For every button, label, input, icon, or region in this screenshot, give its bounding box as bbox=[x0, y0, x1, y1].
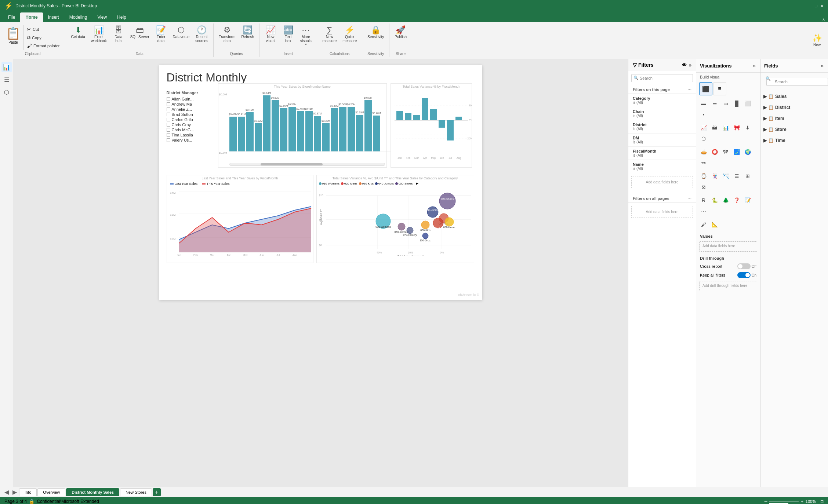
tab-insert[interactable]: Insert bbox=[43, 12, 64, 22]
chart-scrollbar[interactable] bbox=[229, 163, 385, 166]
viz-icon-map[interactable]: 🗾 bbox=[731, 147, 742, 157]
viz-icon-treemap[interactable]: 🗺 bbox=[720, 147, 731, 157]
slicer-item[interactable]: Carlos Grilo bbox=[167, 117, 214, 122]
tab-help[interactable]: Help bbox=[112, 12, 131, 22]
text-box-button[interactable]: 🔤 Textbox bbox=[280, 25, 296, 44]
keep-filters-pill[interactable] bbox=[737, 272, 751, 278]
viz-icon-matrix[interactable]: ⊠ bbox=[698, 182, 709, 192]
checkbox[interactable] bbox=[167, 97, 170, 101]
slicer-item[interactable]: Allan Guin... bbox=[167, 96, 214, 102]
filters-all-pages-menu[interactable]: ⋯ bbox=[687, 196, 691, 201]
format-painter-button[interactable]: 🖌 Format painter bbox=[25, 42, 61, 50]
recent-sources-button[interactable]: 🕐 Recentsources bbox=[193, 25, 210, 44]
slicer-item[interactable]: Brad Sutton bbox=[167, 112, 214, 117]
viz-icon-clustered-bar[interactable]: ⚌ bbox=[709, 98, 720, 109]
refresh-button[interactable]: 🔄 Refresh bbox=[239, 25, 256, 40]
filter-search-input[interactable] bbox=[631, 74, 693, 82]
canvas-area[interactable]: District Monthly District Manager Allan … bbox=[13, 59, 628, 487]
checkbox[interactable] bbox=[167, 138, 170, 142]
dataverse-button[interactable]: ⬡ Dataverse bbox=[171, 25, 192, 40]
filter-chain[interactable]: Chain is (All) bbox=[628, 107, 696, 120]
transform-data-button[interactable]: ⚙ Transformdata bbox=[217, 25, 237, 44]
paste-button[interactable]: 📋 Paste bbox=[3, 25, 24, 50]
tab-next[interactable]: ▶ bbox=[11, 489, 18, 496]
checkbox[interactable] bbox=[167, 123, 170, 127]
field-group-store-header[interactable]: ▶ 📋 Store bbox=[760, 125, 828, 134]
new-visual-button[interactable]: 📈 Newvisual bbox=[262, 25, 279, 44]
chart-bottom-left[interactable]: Last Year Sales and This Year Sales by F… bbox=[167, 175, 313, 263]
cut-button[interactable]: ✂ Cut bbox=[25, 26, 61, 33]
checkbox[interactable] bbox=[167, 133, 170, 137]
scrollbar-thumb[interactable] bbox=[261, 163, 323, 165]
tab-file[interactable]: File bbox=[3, 12, 20, 22]
district-manager-slicer[interactable]: District Manager Allan Guin... Andrew Ma… bbox=[167, 91, 214, 143]
zoom-in-btn[interactable]: + bbox=[801, 499, 803, 504]
get-data-button[interactable]: ⬇ Get data bbox=[69, 25, 87, 40]
slicer-item[interactable]: Valery Us... bbox=[167, 138, 214, 143]
new-measure-button[interactable]: ∑ Newmeasure bbox=[320, 25, 339, 44]
chart-top-right[interactable]: Total Sales Variance % by FiscalMonth 40… bbox=[391, 83, 472, 168]
checkbox[interactable] bbox=[167, 118, 170, 121]
excel-workbook-button[interactable]: 📊 Excelworkbook bbox=[89, 25, 109, 44]
sidebar-model-view[interactable]: ⬡ bbox=[1, 87, 12, 97]
quick-measure-button[interactable]: ⚡ Quickmeasure bbox=[340, 25, 359, 44]
fit-page-btn[interactable]: ⊡ bbox=[820, 499, 824, 504]
fields-search-input[interactable] bbox=[766, 78, 828, 86]
viz-icon-r[interactable]: R bbox=[698, 195, 709, 205]
viz-icon-stacked-bar[interactable]: ▬ bbox=[698, 98, 709, 109]
slicer-item[interactable]: Annelie Z... bbox=[167, 107, 214, 112]
filter-name[interactable]: Name is (All) bbox=[628, 160, 696, 173]
viz-icon-100col[interactable]: ▪ bbox=[698, 109, 709, 120]
filter-dm[interactable]: DM is (All) bbox=[628, 134, 696, 147]
viz-icon-python[interactable]: 🐍 bbox=[709, 195, 720, 205]
tab-new-stores[interactable]: New Stores bbox=[120, 488, 152, 496]
sensitivity-button[interactable]: 🔒 Sensitivity bbox=[365, 25, 386, 40]
filter-add-area[interactable]: Add data fields here bbox=[631, 176, 693, 188]
data-hub-button[interactable]: 🗄 Datahub bbox=[110, 25, 127, 44]
viz-icon-area[interactable]: 🏔 bbox=[709, 123, 720, 133]
enter-data-button[interactable]: 📝 Enterdata bbox=[153, 25, 169, 44]
viz-icon-decomp[interactable]: 🌲 bbox=[720, 195, 731, 205]
viz-icon-filled-map[interactable]: 🌍 bbox=[742, 147, 753, 157]
field-group-time-header[interactable]: ▶ 📋 Time bbox=[760, 136, 828, 145]
fields-pane-collapse[interactable]: » bbox=[820, 62, 824, 69]
viz-icon-ribbon[interactable]: 🎀 bbox=[731, 123, 742, 133]
filter-fiscalmonth[interactable]: FiscalMonth is (All) bbox=[628, 147, 696, 160]
filter-category[interactable]: Category is (All) bbox=[628, 94, 696, 107]
ribbon-collapse-btn[interactable]: ∧ bbox=[822, 17, 825, 22]
tab-prev[interactable]: ◀ bbox=[3, 489, 10, 496]
filter-view-btn[interactable]: 👁 bbox=[682, 62, 687, 68]
viz-icon-slicer[interactable]: ☰ bbox=[731, 171, 742, 181]
tab-modeling[interactable]: Modeling bbox=[64, 12, 92, 22]
publish-button[interactable]: 🚀 Publish bbox=[392, 25, 409, 40]
tab-district-monthly-sales[interactable]: District Monthly Sales bbox=[66, 488, 119, 496]
field-group-district-header[interactable]: ▶ 📋 District bbox=[760, 103, 828, 112]
viz-icon-line[interactable]: 📈 bbox=[698, 123, 709, 133]
viz-icon-donut[interactable]: ⭕ bbox=[709, 147, 720, 157]
slicer-item[interactable]: Chris McG... bbox=[167, 127, 214, 132]
filter-add-pages-area[interactable]: Add data fields here bbox=[631, 206, 693, 218]
tab-view[interactable]: View bbox=[92, 12, 112, 22]
filter-district[interactable]: District is (All) bbox=[628, 120, 696, 134]
checkbox[interactable] bbox=[167, 107, 170, 111]
viz-icon-analytics[interactable]: 📐 bbox=[709, 219, 720, 230]
checkbox[interactable] bbox=[167, 128, 170, 132]
maximize-btn[interactable]: □ bbox=[815, 4, 817, 8]
viz-icon-pie[interactable]: 🥧 bbox=[698, 147, 709, 157]
tab-info[interactable]: Info bbox=[19, 488, 37, 496]
field-group-sales-header[interactable]: ▶ 📋 Sales bbox=[760, 92, 828, 101]
viz-icon-funnel[interactable]: ⬽ bbox=[698, 158, 709, 168]
viz-icon-100bar[interactable]: ▭ bbox=[720, 98, 731, 109]
minimize-btn[interactable]: ─ bbox=[809, 4, 812, 8]
viz-type-bar[interactable]: ⬛ bbox=[699, 82, 712, 95]
slicer-item[interactable]: Tina Lassila bbox=[167, 132, 214, 138]
chart-bottom-right[interactable]: Total Sales Variance %, Avg $/Unit TY an… bbox=[316, 175, 474, 263]
viz-icon-clustered-col[interactable]: ⬜ bbox=[742, 98, 753, 109]
viz-pane-collapse[interactable]: » bbox=[752, 62, 756, 69]
viz-icon-gauge[interactable]: ⌚ bbox=[698, 171, 709, 181]
viz-icon-line-cluster[interactable]: 📊 bbox=[720, 123, 731, 133]
checkbox[interactable] bbox=[167, 113, 170, 116]
viz-icon-card[interactable]: 🃏 bbox=[709, 171, 720, 181]
viz-icon-table[interactable]: ⊞ bbox=[742, 171, 753, 181]
viz-values-field[interactable]: Add data fields here bbox=[699, 241, 757, 252]
